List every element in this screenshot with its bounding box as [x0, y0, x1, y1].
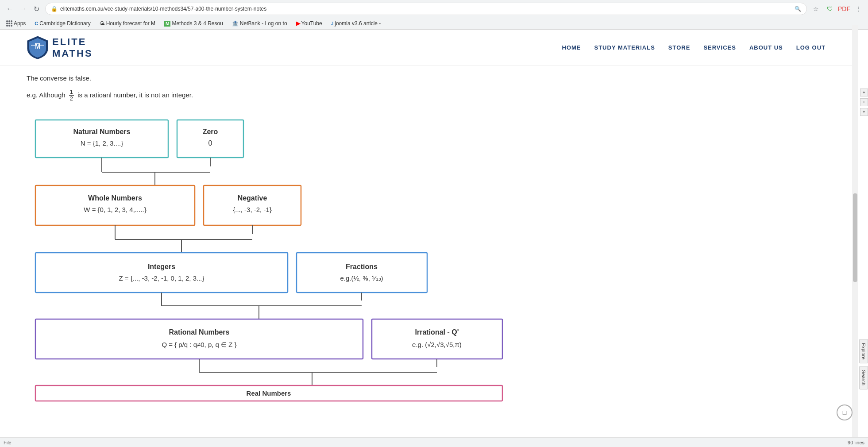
circle-action-button[interactable]: □ [837, 405, 853, 420]
page-content: The converse is false. e.g. Although 1 2… [0, 66, 620, 422]
scrollbar-track[interactable] [852, 25, 858, 422]
toolbar-icons: ☆ 🛡 PDF ⋮ [810, 3, 864, 15]
example-after: is a ratioanl number, it is not an integ… [77, 91, 193, 99]
svg-rect-14 [297, 253, 427, 293]
plus-icon-1[interactable]: + [860, 89, 868, 96]
negative-set: {..., -3, -2, -1} [233, 206, 272, 213]
irrational-title: Irrational - Q' [415, 328, 459, 336]
svg-rect-7 [35, 185, 195, 225]
bookmark-apps[interactable]: Apps [4, 19, 28, 27]
stop-icon: □ [843, 409, 846, 416]
pdf-button[interactable]: PDF [838, 3, 850, 15]
reload-button[interactable]: ↻ [30, 3, 42, 15]
logo-elite: ELITE [52, 36, 93, 48]
lock-icon: 🔒 [51, 6, 58, 12]
hourly-label: Hourly forecast for M [106, 20, 155, 27]
bookmark-joomla[interactable]: J joomla v3.6 article - [328, 19, 384, 27]
rational-set: Q = { p/q : q≠0, p, q ∈ Z } [162, 341, 236, 348]
fractions-title: Fractions [346, 263, 378, 270]
search-panel-btn[interactable]: Search [859, 366, 868, 389]
svg-rect-8 [204, 185, 301, 225]
logo-shield-icon: M [27, 35, 49, 60]
logo: M ELITE MATHS [27, 35, 93, 60]
netbank-icon: 🏦 [232, 20, 239, 27]
shield-button[interactable]: 🛡 [824, 3, 836, 15]
cambridge-icon: C [35, 21, 38, 26]
methods-label: Methods 3 & 4 Resou [172, 20, 223, 27]
whole-numbers-set: W = {0, 1, 2, 3, 4,.....} [84, 206, 146, 213]
number-system-diagram: Natural Numbers N = {1, 2, 3....} Zero 0… [27, 116, 513, 405]
right-side-panel: + + + [860, 89, 868, 116]
fractions-example: e.g.(½, ⅜, ⁵⁄₁₃) [340, 274, 383, 282]
negative-title: Negative [238, 194, 267, 202]
logo-maths: MATHS [52, 48, 93, 59]
methods-icon: M [164, 21, 170, 27]
back-button[interactable]: ← [4, 3, 16, 15]
integers-title: Integers [148, 263, 175, 270]
nav-buttons: ← → ↻ [4, 3, 42, 15]
plus-icon-3[interactable]: + [860, 108, 868, 116]
rational-title: Rational Numbers [169, 328, 230, 336]
address-bar[interactable]: 🔒 elitemaths.com.au/vce-study-materials/… [45, 3, 807, 15]
joomla-icon: J [331, 21, 334, 26]
explore-panel-btn[interactable]: Explore [859, 339, 868, 363]
main-wrapper: M ELITE MATHS HOME STUDY MATERIALS STORE… [0, 30, 852, 422]
menu-button[interactable]: ⋮ [852, 3, 864, 15]
real-numbers-title: Real Numbers [247, 389, 291, 397]
fraction-numerator: 1 [69, 89, 74, 96]
svg-rect-19 [35, 319, 363, 359]
logo-text: ELITE MATHS [52, 36, 93, 59]
apps-label: Apps [14, 20, 26, 27]
zero-title: Zero [203, 128, 218, 135]
diagram-svg: Natural Numbers N = {1, 2, 3....} Zero 0… [27, 116, 513, 403]
nav-store[interactable]: STORE [668, 42, 691, 53]
svg-rect-1 [35, 120, 168, 158]
star-button[interactable]: ☆ [810, 3, 822, 15]
forward-button[interactable]: → [17, 3, 29, 15]
natural-numbers-title: Natural Numbers [73, 128, 131, 135]
integers-set: Z = {..., -3, -2, -1, 0, 1, 2, 3...} [119, 274, 204, 282]
netbank-label: NetBank - Log on to [240, 20, 287, 27]
svg-rect-20 [372, 319, 502, 359]
bookmark-cambridge[interactable]: C Cambridge Dictionary [32, 19, 93, 27]
bookmarks-bar: Apps C Cambridge Dictionary 🌤 Hourly for… [0, 18, 868, 30]
svg-text:M: M [35, 43, 40, 50]
example-before: e.g. Although [27, 91, 66, 99]
site-nav: HOME STUDY MATERIALS STORE SERVICES ABOU… [562, 42, 826, 53]
bookmark-youtube[interactable]: ▶ YouTube [293, 19, 325, 27]
nav-services[interactable]: SERVICES [703, 42, 736, 53]
svg-rect-2 [177, 120, 243, 158]
bookmark-hourly[interactable]: 🌤 Hourly forecast for M [97, 19, 158, 27]
hourly-icon: 🌤 [100, 20, 105, 27]
bookmark-methods[interactable]: M Methods 3 & 4 Resou [162, 19, 226, 27]
converse-text: The converse is false. [27, 74, 593, 82]
url-text: elitemaths.com.au/vce-study-materials/10… [60, 6, 792, 12]
youtube-icon: ▶ [296, 20, 300, 27]
browser-toolbar: ← → ↻ 🔒 elitemaths.com.au/vce-study-mate… [0, 0, 868, 18]
site-header: M ELITE MATHS HOME STUDY MATERIALS STORE… [0, 30, 852, 66]
natural-numbers-set: N = {1, 2, 3....} [81, 139, 123, 147]
scrollbar-thumb[interactable] [853, 193, 857, 282]
svg-rect-13 [35, 253, 288, 293]
irrational-example: e.g. (√2,√3,√5,π) [412, 341, 462, 348]
apps-grid-icon [6, 20, 12, 27]
bookmark-netbank[interactable]: 🏦 NetBank - Log on to [229, 19, 290, 27]
nav-about-us[interactable]: ABOUT US [749, 42, 783, 53]
example-fraction: 1 2 [69, 89, 74, 102]
cambridge-label: Cambridge Dictionary [39, 20, 90, 27]
zero-value: 0 [208, 139, 212, 147]
nav-home[interactable]: HOME [562, 42, 581, 53]
whole-numbers-title: Whole Numbers [88, 194, 142, 202]
joomla-label: joomla v3.6 article - [335, 20, 381, 27]
search-icon: 🔍 [795, 6, 801, 12]
plus-icon-2[interactable]: + [860, 98, 868, 106]
fraction-denominator: 2 [69, 96, 74, 102]
side-panel-buttons: Explore Search [859, 339, 868, 389]
youtube-label: YouTube [301, 20, 322, 27]
example-text: e.g. Although 1 2 is a ratioanl number, … [27, 89, 593, 102]
nav-log-out[interactable]: LOG OUT [796, 42, 826, 53]
nav-study-materials[interactable]: STUDY MATERIALS [594, 42, 655, 53]
browser-chrome: ← → ↻ 🔒 elitemaths.com.au/vce-study-mate… [0, 0, 868, 30]
